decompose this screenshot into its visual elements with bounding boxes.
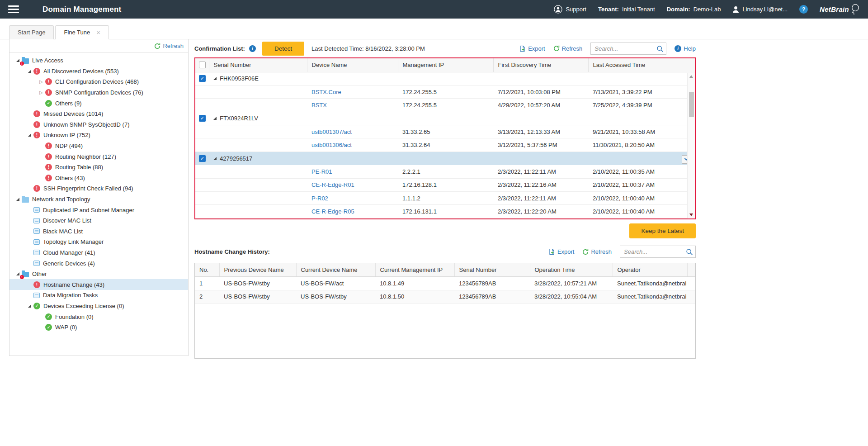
- device-name-link[interactable]: P-R02: [311, 195, 328, 202]
- tree-item-network-and-topology[interactable]: Network and Topology: [9, 194, 188, 205]
- row-checkbox[interactable]: [199, 155, 206, 162]
- tab-close-icon[interactable]: [96, 30, 100, 35]
- scroll-thumb[interactable]: [689, 92, 694, 117]
- first-discovery-time-cell: 2/3/2022, 11:22:11 AM: [493, 165, 588, 178]
- tree-item-ndp-494[interactable]: NDP (494): [9, 141, 188, 152]
- topbar-help-icon[interactable]: [799, 5, 808, 14]
- history-refresh-button[interactable]: Refresh: [582, 248, 612, 255]
- tree-item-wap-0[interactable]: WAP (0): [9, 322, 188, 333]
- group-expanded-icon[interactable]: [213, 157, 217, 160]
- tree-item-data-migration-tasks[interactable]: Data Migration Tasks: [9, 290, 188, 301]
- tree-item-generic-devices-4[interactable]: Generic Devices (4): [9, 258, 188, 269]
- spacer-cell: [687, 277, 695, 290]
- tree-item-foundation-0[interactable]: Foundation (0): [9, 311, 188, 322]
- help-icon: [675, 45, 681, 52]
- tree-item-discover-mac-list[interactable]: Discover MAC List: [9, 215, 188, 226]
- tree-item-snmp-configuration-devices-76[interactable]: SNMP Configuration Devices (76): [9, 87, 188, 98]
- device-name-link[interactable]: CE-R-Edge-R01: [311, 181, 354, 188]
- tree-item-routing-table-88[interactable]: Routing Table (88): [9, 162, 188, 173]
- user-menu[interactable]: Lindsay.Li@net...: [732, 6, 788, 13]
- search-icon[interactable]: [656, 45, 664, 52]
- management-ip-cell: 172.16.128.1: [398, 178, 493, 191]
- confirmation-search-input[interactable]: [591, 45, 651, 52]
- column-header-operation-time[interactable]: Operation Time: [530, 263, 613, 277]
- column-header-serial-number[interactable]: Serial Number: [454, 263, 530, 277]
- tenant-indicator: Tenant: Initial Tenant: [598, 6, 655, 13]
- help-button[interactable]: Help: [675, 45, 696, 52]
- column-header-operator[interactable]: Operator: [613, 263, 687, 277]
- tree-item-unknown-ip-752[interactable]: Unknown IP (752): [9, 130, 188, 141]
- info-icon[interactable]: [249, 45, 256, 52]
- alert-icon: [45, 175, 52, 181]
- column-header-device-name[interactable]: Device Name: [307, 58, 398, 72]
- device-name-link[interactable]: ustb001306/act: [311, 142, 352, 148]
- device-name-link[interactable]: PE-R01: [311, 168, 332, 175]
- tab-fine-tune[interactable]: Fine Tune: [55, 25, 109, 39]
- tree-item-black-mac-list[interactable]: Black MAC List: [9, 226, 188, 237]
- expander-icon[interactable]: [14, 198, 21, 201]
- column-header-current-device-name[interactable]: Current Device Name: [296, 263, 375, 277]
- tree-item-others-43[interactable]: Others (43): [9, 173, 188, 184]
- tree-item-routing-neighbor-127[interactable]: Routing Neighbor (127): [9, 151, 188, 162]
- tree-item-cloud-manager-41[interactable]: Cloud Manager (41): [9, 247, 188, 258]
- operator-cell: Suneet.Tatikonda@netbrai...: [613, 277, 687, 290]
- expander-icon[interactable]: [26, 133, 33, 137]
- scroll-up-icon[interactable]: [689, 75, 693, 78]
- tree-item-other[interactable]: Other: [9, 269, 188, 280]
- tree-item-hostname-change-43[interactable]: Hostname Change (43): [9, 279, 188, 290]
- column-header-current-management-ip[interactable]: Current Management IP: [375, 263, 454, 277]
- confirmation-refresh-button[interactable]: Refresh: [553, 45, 583, 52]
- expander-icon[interactable]: [26, 70, 33, 73]
- tree-item-unknown-snmp-sysobjectid-7[interactable]: Unknown SNMP SysObjectID (7): [9, 119, 188, 130]
- serial-number-cell: [209, 178, 307, 191]
- tab-start-page[interactable]: Start Page: [9, 25, 54, 39]
- group-expanded-icon[interactable]: [213, 77, 217, 80]
- column-header-first-discovery-time[interactable]: First Discovery Time: [493, 58, 588, 72]
- history-export-button[interactable]: Export: [548, 248, 575, 255]
- column-header-serial-number[interactable]: Serial Number: [209, 58, 307, 72]
- expander-icon[interactable]: [26, 304, 33, 308]
- tree-item-live-access[interactable]: Live Access: [9, 55, 188, 66]
- first-discovery-time-cell: 2/3/2022, 11:22:11 AM: [493, 192, 588, 205]
- column-header-no[interactable]: No.: [195, 263, 219, 277]
- expander-icon[interactable]: [38, 79, 45, 84]
- tree-item-others-9[interactable]: Others (9): [9, 98, 188, 109]
- tree-item-missed-devices-1014[interactable]: Missed Devices (1014): [9, 109, 188, 119]
- tree-item-devices-exceeding-license-0[interactable]: Devices Exceeding License (0): [9, 301, 188, 312]
- history-search-input[interactable]: [620, 248, 681, 255]
- group-expanded-icon[interactable]: [213, 117, 217, 120]
- device-row: BSTX.Core172.24.255.57/12/2021, 10:03:08…: [195, 85, 695, 98]
- device-name-cell: PE-R01: [307, 165, 398, 178]
- tree-item-topology-link-manager[interactable]: Topology Link Manager: [9, 237, 188, 247]
- grid-icon: [33, 239, 40, 245]
- column-header-previous-device-name[interactable]: Previous Device Name: [219, 263, 296, 277]
- sidebar-refresh-button[interactable]: Refresh: [154, 43, 184, 49]
- row-checkbox[interactable]: [199, 75, 206, 82]
- tree-item-ssh-fingerprint-check-failed-94[interactable]: SSH Fingerprint Check Failed (94): [9, 183, 188, 194]
- tree-item-duplicated-ip-and-subnet-manager[interactable]: Duplicated IP and Subnet Manager: [9, 204, 188, 215]
- export-label: Export: [557, 248, 575, 255]
- column-header-management-ip[interactable]: Management IP: [398, 58, 493, 72]
- select-all-checkbox[interactable]: [199, 62, 206, 68]
- expander-icon[interactable]: [38, 90, 45, 95]
- device-name-link[interactable]: ustb001307/act: [311, 128, 352, 135]
- scroll-down-icon[interactable]: [689, 214, 693, 216]
- confirmation-search-box: [590, 43, 666, 55]
- search-icon[interactable]: [686, 248, 693, 256]
- grid-icon: [33, 228, 40, 234]
- row-checkbox[interactable]: [199, 115, 206, 122]
- serial-group-row: 4279256517: [195, 152, 695, 165]
- keep-the-latest-button[interactable]: Keep the Latest: [629, 223, 696, 238]
- detect-button[interactable]: Detect: [262, 42, 304, 56]
- device-name-link[interactable]: BSTX.Core: [311, 89, 341, 95]
- tree-item-cli-configuration-devices-468[interactable]: CLI Configuration Devices (468): [9, 76, 188, 87]
- row-select-cell: [195, 125, 209, 138]
- device-name-link[interactable]: BSTX: [311, 102, 327, 109]
- tree-item-all-discovered-devices-553[interactable]: All Discovered Devices (553): [9, 66, 188, 77]
- support-button[interactable]: Support: [554, 5, 586, 14]
- confirmation-export-button[interactable]: Export: [519, 45, 545, 52]
- hamburger-menu-icon[interactable]: [8, 5, 19, 13]
- current-management-ip-cell: 10.8.1.50: [375, 290, 454, 303]
- column-header-last-accessed-time[interactable]: Last Accessed Time: [588, 58, 695, 72]
- device-name-link[interactable]: CE-R-Edge-R05: [311, 208, 354, 215]
